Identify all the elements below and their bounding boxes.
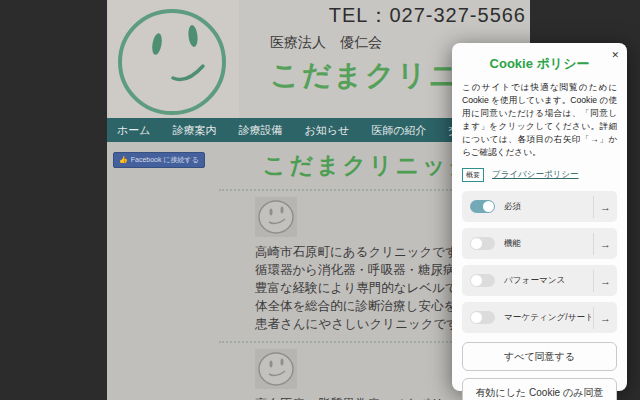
cookie-dialog-actions: すべて同意する 有効にした Cookie のみ同意 すべてに同意しない	[462, 342, 617, 400]
overview-tab-badge[interactable]: 概要	[462, 168, 484, 182]
toggle-label: 機能	[504, 238, 591, 250]
right-arrow-icon[interactable]: →	[600, 238, 611, 250]
clinic-logo	[109, 0, 239, 118]
right-arrow-icon[interactable]: →	[600, 201, 611, 213]
privacy-policy-link[interactable]: プライバシーポリシー	[492, 169, 579, 181]
smiley-thumbnail	[255, 197, 297, 237]
accept-enabled-only-button[interactable]: 有効にした Cookie のみ同意	[462, 378, 617, 400]
smiley-thumbnail	[255, 349, 297, 389]
toggle-row-performance: パフォーマンス →	[462, 265, 617, 296]
toggle-row-marketing: マーケティング/サードパーティ →	[462, 302, 617, 333]
performance-toggle[interactable]	[470, 274, 495, 287]
functional-toggle[interactable]	[470, 237, 495, 250]
toggle-knob	[471, 238, 482, 249]
cookie-toggle-list: 必須 → 機能 → パフォーマンス → マーケティング/サードパーティ →	[462, 191, 617, 333]
cookie-dialog-description: このサイトでは快適な閲覧のために Cookie を使用しています。Cookie …	[462, 81, 617, 159]
phone-number: TEL：027-327-5566	[329, 2, 526, 29]
organization-name: 医療法人 優仁会	[270, 34, 382, 52]
required-toggle[interactable]	[470, 200, 495, 213]
toggle-knob	[471, 312, 482, 323]
smiley-face-logo	[109, 0, 239, 118]
toggle-label: マーケティング/サードパーティ	[504, 312, 591, 324]
nav-item-medical-info[interactable]: 診療案内	[173, 123, 217, 138]
right-arrow-icon[interactable]: →	[600, 312, 611, 324]
right-arrow-icon[interactable]: →	[600, 275, 611, 287]
row-divider	[593, 307, 594, 329]
accept-all-button[interactable]: すべて同意する	[462, 342, 617, 371]
cookie-dialog-meta: 概要 プライバシーポリシー	[462, 168, 617, 182]
nav-item-news[interactable]: お知らせ	[305, 123, 350, 138]
row-divider	[593, 233, 594, 255]
marketing-toggle[interactable]	[470, 311, 495, 324]
facebook-like-icon: 👍	[119, 156, 128, 164]
toggle-label: 必須	[504, 201, 591, 213]
toggle-knob	[471, 275, 482, 286]
nav-item-doctors[interactable]: 医師の紹介	[371, 123, 426, 138]
facebook-connect-label: Facebook に接続する	[131, 155, 199, 165]
close-icon[interactable]: ✕	[611, 51, 619, 60]
row-divider	[593, 270, 594, 292]
toggle-knob	[483, 201, 494, 212]
toggle-row-required: 必須 →	[462, 191, 617, 222]
toggle-row-functional: 機能 →	[462, 228, 617, 259]
row-divider	[593, 196, 594, 218]
toggle-label: パフォーマンス	[504, 275, 591, 287]
cookie-consent-dialog: ✕ Cookie ポリシー このサイトでは快適な閲覧のために Cookie を使…	[452, 43, 627, 391]
cookie-dialog-title: Cookie ポリシー	[462, 55, 617, 73]
nav-item-home[interactable]: ホーム	[117, 123, 151, 138]
nav-item-facilities[interactable]: 診療設備	[239, 123, 283, 138]
facebook-connect-button[interactable]: 👍 Facebook に接続する	[113, 152, 205, 168]
